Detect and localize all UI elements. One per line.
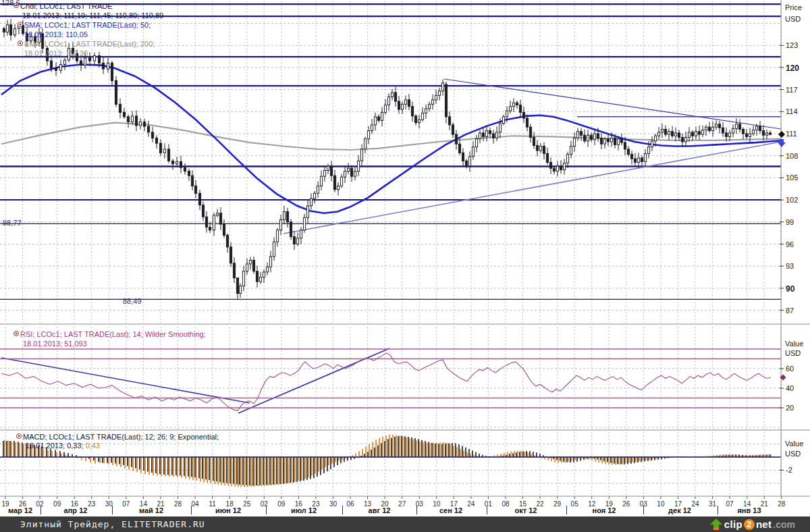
candle — [587, 135, 589, 141]
candle — [283, 212, 285, 220]
level-label-128: 128,6 — [1, 0, 20, 7]
candle — [84, 58, 86, 65]
candle — [533, 137, 535, 145]
candle — [624, 142, 626, 149]
day-tick-label: 31 — [709, 500, 716, 508]
day-tick-label: 04 — [191, 500, 198, 508]
candle — [401, 104, 403, 109]
month-label: мар 12 — [8, 506, 32, 514]
candle — [320, 176, 322, 186]
candle — [745, 134, 747, 136]
candle — [590, 135, 592, 140]
candle — [418, 119, 420, 122]
candle — [273, 242, 275, 257]
candle — [327, 166, 329, 171]
price-tick-label: 96 — [786, 240, 794, 248]
month-separator — [342, 506, 343, 514]
level-label: 98,77 — [3, 219, 22, 227]
candle — [394, 92, 396, 101]
price-tick-label: 123 — [786, 41, 798, 49]
month-separator — [566, 506, 567, 514]
month-label: май 12 — [139, 506, 163, 514]
month-label: июн 12 — [215, 506, 241, 514]
candle — [202, 205, 204, 217]
indicator-icon[interactable] — [18, 22, 23, 27]
candle — [529, 127, 531, 137]
candle — [458, 144, 460, 153]
candle — [14, 28, 16, 35]
rsi-axis-title: Value — [785, 340, 803, 348]
candle — [732, 128, 734, 133]
candle — [543, 147, 545, 154]
macd-value: 18.01.2013; 0,33; — [26, 442, 86, 450]
candle — [742, 129, 744, 134]
candle — [560, 166, 562, 169]
candle — [421, 113, 423, 119]
candle — [600, 138, 602, 144]
candle — [313, 193, 315, 198]
candle — [671, 132, 673, 136]
candle — [252, 260, 254, 271]
rsi-legend-row: 18.01.2013; 51,093 — [23, 340, 87, 348]
indicator-icon[interactable] — [16, 433, 22, 439]
candle — [634, 159, 636, 162]
candle — [651, 141, 653, 147]
month-separator — [718, 506, 718, 514]
day-tick-label: 06 — [346, 500, 354, 508]
candle — [306, 206, 308, 217]
candle — [163, 149, 165, 153]
candle — [269, 257, 271, 267]
candle — [445, 84, 447, 117]
day-tick-label: 23 — [88, 500, 95, 508]
candle — [135, 116, 137, 126]
candle — [246, 264, 248, 271]
candle — [263, 272, 265, 277]
candle — [151, 132, 153, 138]
candle — [219, 213, 221, 224]
indicator-icon[interactable] — [18, 41, 23, 46]
price-legend-row: 18.01.2013; 110,30 — [24, 49, 88, 57]
candle — [115, 81, 117, 105]
candle — [654, 136, 656, 141]
candle — [715, 124, 717, 127]
month-separator — [643, 506, 644, 514]
candle — [614, 138, 616, 145]
logo-net: net — [756, 518, 772, 530]
candle — [728, 133, 730, 136]
clip2net-logo[interactable]: clip 2 net .com — [709, 517, 795, 531]
candle — [286, 212, 288, 222]
macd-legend-row: MACD; LCOc1; LAST TRADE(Last); 12; 26; 9… — [23, 433, 219, 441]
candle — [526, 118, 528, 127]
site-credit: Элитный Трейдер, ELITETRADER.RU — [20, 519, 205, 529]
month-label: апр 12 — [64, 506, 88, 514]
candle — [647, 147, 649, 154]
day-tick-label: 26 — [622, 500, 630, 508]
rsi-tick-label: 20 — [786, 404, 794, 412]
candle — [171, 161, 173, 163]
price-legend-row: 18.01.2013; 110,05 — [24, 30, 88, 38]
candle — [50, 61, 52, 68]
candle — [769, 133, 771, 134]
candle — [627, 149, 629, 155]
candle — [661, 129, 663, 132]
candle — [556, 166, 558, 171]
indicator-icon[interactable] — [14, 331, 19, 336]
day-tick-label: 28 — [778, 500, 785, 508]
upload-arrow-icon — [709, 518, 723, 531]
candle — [180, 161, 182, 167]
candle — [239, 286, 241, 294]
rsi-tick-label: 60 — [786, 365, 794, 373]
candle — [506, 111, 508, 117]
candle — [191, 176, 193, 186]
candle — [492, 134, 494, 138]
candle — [610, 138, 612, 142]
price-tick-label: 105 — [786, 174, 798, 182]
day-tick-label: 02 — [261, 500, 268, 508]
day-tick-label: 01 — [485, 500, 492, 508]
candle — [249, 260, 251, 263]
candle — [705, 127, 707, 130]
rsi-legend-row: RSI; LCOc1; LAST TRADE(Last); 14; Wilder… — [20, 330, 206, 338]
candle — [159, 143, 161, 153]
candle — [337, 186, 339, 189]
candle — [290, 222, 292, 237]
